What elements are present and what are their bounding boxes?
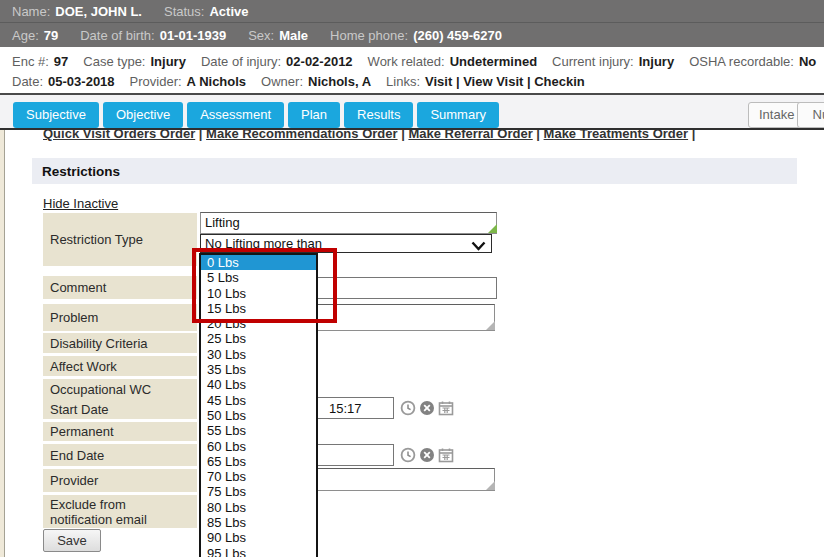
tab-subjective[interactable]: Subjective <box>13 102 99 128</box>
tab-objective[interactable]: Objective <box>103 102 183 128</box>
field-value: A Nichols <box>187 74 246 89</box>
field-label: Owner: <box>261 74 303 89</box>
exclude-notification-label: Exclude from notification email <box>43 495 197 528</box>
field-value: 02-02-2012 <box>286 54 353 69</box>
link-separator: | <box>533 130 544 141</box>
clear-icon[interactable] <box>419 447 435 463</box>
restriction-type-select[interactable]: No Lifting more than <box>200 234 492 253</box>
info-pair: Case type:Injury <box>83 54 186 69</box>
resize-handle[interactable] <box>486 481 495 490</box>
restriction-type-label: Restriction Type <box>43 213 197 266</box>
provider-label: Provider <box>43 469 197 492</box>
clock-icon[interactable] <box>400 400 416 416</box>
field-label: Age: <box>12 28 39 43</box>
weight-option[interactable]: 15 Lbs <box>201 301 316 316</box>
calendar-icon[interactable] <box>438 400 454 416</box>
encounter-info-row1: Enc #:97Case type:InjuryDate of injury:0… <box>12 52 824 72</box>
field-value: (260) 459-6270 <box>413 28 502 43</box>
occupational-wc-label: Occupational WC <box>43 379 197 399</box>
resize-handle[interactable] <box>488 224 497 233</box>
weight-option[interactable]: 55 Lbs <box>201 423 316 438</box>
tab-plan[interactable]: Plan <box>288 102 340 128</box>
disability-criteria-label: Disability Criteria <box>43 333 197 353</box>
info-pair: Age:79 <box>12 28 58 43</box>
field-value: 97 <box>54 54 68 69</box>
field-label: Case type: <box>83 54 145 69</box>
info-pair: Owner:Nichols, A <box>261 74 371 89</box>
field-label: Home phone: <box>330 28 408 43</box>
order-link[interactable]: Make Treatments Order <box>544 130 689 141</box>
clear-icon[interactable] <box>419 400 435 416</box>
resize-handle[interactable] <box>486 321 495 330</box>
order-link[interactable]: Make Referral Order <box>408 130 532 141</box>
problem-label: Problem <box>43 304 197 331</box>
weight-option[interactable]: 95 Lbs <box>201 546 316 557</box>
patient-name-bar: Name:DOE, JOHN L.Status:Active <box>0 0 824 22</box>
info-pair: Name:DOE, JOHN L. <box>12 4 142 19</box>
end-date-label: End Date <box>43 444 197 466</box>
weight-option[interactable]: 65 Lbs <box>201 454 316 469</box>
restriction-type-textarea[interactable]: Lifting <box>200 212 497 234</box>
tab-summary[interactable]: Summary <box>417 102 499 128</box>
info-pair: Provider:A Nichols <box>130 74 247 89</box>
tab-assessment[interactable]: Assessment <box>187 102 284 128</box>
field-label: Enc #: <box>12 54 49 69</box>
field-value: Undetermined <box>450 54 537 69</box>
weight-option[interactable]: 35 Lbs <box>201 362 316 377</box>
field-value: Active <box>209 4 248 19</box>
save-button[interactable]: Save <box>43 529 101 552</box>
nur-button[interactable]: Nur <box>797 102 824 128</box>
weight-option[interactable]: 25 Lbs <box>201 331 316 346</box>
weight-option[interactable]: 75 Lbs <box>201 484 316 499</box>
info-pair: Enc #:97 <box>12 54 68 69</box>
info-pair: Links:Visit | View Visit | Checkin <box>386 74 585 89</box>
chevron-down-icon <box>471 239 486 254</box>
weight-option[interactable]: 10 Lbs <box>201 286 316 301</box>
weight-option[interactable]: 80 Lbs <box>201 500 316 515</box>
calendar-icon[interactable] <box>438 447 454 463</box>
tab-bar: SubjectiveObjectiveAssessmentPlanResults… <box>0 95 824 130</box>
field-value: DOE, JOHN L. <box>55 4 142 19</box>
weight-option[interactable]: 40 Lbs <box>201 377 316 392</box>
patient-demographics-bar: Age:79Date of birth:01-01-1939Sex:MaleHo… <box>0 22 824 47</box>
field-label: Provider: <box>130 74 182 89</box>
order-link[interactable]: Quick Visit Orders Order <box>43 130 195 141</box>
weight-option[interactable]: 70 Lbs <box>201 469 316 484</box>
field-value: 79 <box>44 28 58 43</box>
clock-icon[interactable] <box>400 447 416 463</box>
emr-screen: Name:DOE, JOHN L.Status:Active Age:79Dat… <box>0 0 824 557</box>
comment-label: Comment <box>43 276 197 299</box>
order-link[interactable]: Make Recommendations Order <box>206 130 397 141</box>
field-value: Male <box>279 28 308 43</box>
weight-option[interactable]: 30 Lbs <box>201 347 316 362</box>
info-pair: Date of birth:01-01-1939 <box>80 28 226 43</box>
field-value: 01-01-1939 <box>160 28 227 43</box>
field-label: Work related: <box>368 54 445 69</box>
weight-option[interactable]: 90 Lbs <box>201 530 316 545</box>
field-label: Name: <box>12 4 50 19</box>
weight-option[interactable]: 5 Lbs <box>201 270 316 285</box>
field-label: Status: <box>164 4 204 19</box>
weight-option[interactable]: 60 Lbs <box>201 439 316 454</box>
hide-inactive-link[interactable]: Hide Inactive <box>43 196 118 211</box>
field-value: Nichols, A <box>308 74 371 89</box>
weight-option[interactable]: 0 Lbs <box>201 255 316 270</box>
info-pair: Work related:Undetermined <box>368 54 537 69</box>
info-pair: Date of injury:02-02-2012 <box>201 54 353 69</box>
info-pair: OSHA recordable:No <box>689 54 816 69</box>
info-pair: Status:Active <box>164 4 249 19</box>
link-separator: | <box>195 130 206 141</box>
encounter-info-row2: Date:05-03-2018Provider:A NicholsOwner:N… <box>12 72 824 92</box>
field-label: Date of birth: <box>80 28 154 43</box>
tab-results[interactable]: Results <box>344 102 413 128</box>
link-separator: | <box>398 130 409 141</box>
field-value: Visit | View Visit | Checkin <box>425 74 585 89</box>
weight-option[interactable]: 20 Lbs <box>201 316 316 331</box>
weight-option[interactable]: 50 Lbs <box>201 408 316 423</box>
field-label: Date of injury: <box>201 54 281 69</box>
left-margin-stripe <box>0 130 5 557</box>
weight-option[interactable]: 45 Lbs <box>201 393 316 408</box>
weight-option[interactable]: 85 Lbs <box>201 515 316 530</box>
field-label: OSHA recordable: <box>689 54 794 69</box>
encounter-info-panel: Enc #:97Case type:InjuryDate of injury:0… <box>0 47 824 95</box>
